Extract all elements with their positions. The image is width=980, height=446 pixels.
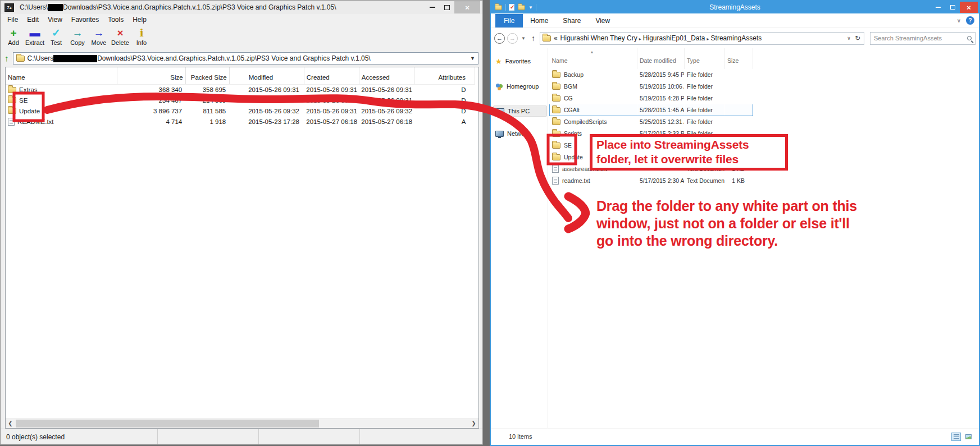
toolbar-copy-button[interactable]: →Copy xyxy=(67,26,88,46)
new-folder-icon[interactable] xyxy=(518,4,525,10)
tab-share[interactable]: Share xyxy=(555,14,588,27)
ribbon-collapse-chevron-icon[interactable]: ∨ xyxy=(957,17,961,24)
menu-item-favorites[interactable]: Favorites xyxy=(67,15,103,25)
sidebar-item-network[interactable]: Network xyxy=(493,128,547,139)
address-combobox[interactable]: C:\UsersDownloads\PS3.Voice.and.Graphics… xyxy=(13,52,479,65)
maximize-icon xyxy=(444,5,450,10)
maximize-button[interactable] xyxy=(440,2,454,13)
column-header-size[interactable]: Size xyxy=(725,48,753,68)
column-header-packed-size[interactable]: Packed Size xyxy=(185,67,229,84)
folder-icon xyxy=(552,84,560,90)
file-name-cell: assetsreadme.txt xyxy=(550,163,637,174)
file-row-readme-txt[interactable]: readme.txt5/17/2015 2:30 AMText Document… xyxy=(550,174,753,186)
menu-item-help[interactable]: Help xyxy=(128,15,151,25)
file-row-cg[interactable]: CG5/19/2015 4:28 PMFile folder xyxy=(550,92,753,104)
sidebar-item-favorites[interactable]: ★Favorites xyxy=(493,56,547,67)
column-header-name[interactable]: Name xyxy=(6,67,117,84)
folder-icon xyxy=(8,108,16,114)
folder-icon[interactable] xyxy=(495,4,502,10)
column-header-created[interactable]: Created xyxy=(304,67,359,84)
delete-icon: × xyxy=(110,26,131,39)
close-button[interactable]: × xyxy=(454,1,480,13)
size-cell xyxy=(725,127,753,139)
type-cell xyxy=(685,151,725,163)
address-dropdown-chevron-icon[interactable]: ∨ xyxy=(847,35,851,41)
close-button[interactable]: × xyxy=(960,2,978,13)
file-name-cell: README.txt xyxy=(6,116,117,127)
scroll-left-arrow[interactable]: ❮ xyxy=(6,419,15,428)
toolbar-extract-button[interactable]: ▬Extract xyxy=(24,26,45,46)
column-header-name[interactable]: Name▲ xyxy=(550,48,637,68)
menu-item-tools[interactable]: Tools xyxy=(103,15,128,25)
details-view-button[interactable] xyxy=(951,433,961,441)
chevron-down-icon[interactable]: ▼ xyxy=(470,56,475,61)
tab-file[interactable]: File xyxy=(495,14,523,27)
breadcrumb-segment-higurashi-when-they-cry[interactable]: Higurashi When They Cry xyxy=(560,34,637,42)
file-name-cell: SE xyxy=(6,95,117,105)
tab-view[interactable]: View xyxy=(588,14,617,27)
horizontal-scrollbar[interactable]: ❮ ❯ xyxy=(6,419,478,428)
copy-icon: → xyxy=(67,26,88,39)
column-header-date-modified[interactable]: Date modified xyxy=(637,48,685,68)
file-name: CompiledScripts xyxy=(564,118,607,125)
thumbnail-view-button[interactable] xyxy=(964,433,973,441)
column-header-accessed[interactable]: Accessed xyxy=(359,67,414,84)
search-input[interactable] xyxy=(874,35,967,42)
minimize-button[interactable] xyxy=(425,2,440,13)
file-row-cgalt[interactable]: CGAlt5/28/2015 1:45 AMFile folder xyxy=(550,104,753,116)
column-header-row: NameSizePacked SizeModifiedCreatedAccess… xyxy=(6,67,475,84)
up-button[interactable]: ↑ xyxy=(529,34,537,43)
search-icon[interactable] xyxy=(967,36,972,40)
recent-locations-chevron-icon[interactable]: ▼ xyxy=(520,36,527,41)
file-row-se[interactable]: SE234 467214 5692015-05-26 09:312015-05-… xyxy=(6,95,475,105)
up-level-button[interactable]: ↑ xyxy=(4,53,9,63)
menu-item-view[interactable]: View xyxy=(43,15,67,25)
column-header-modified[interactable]: Modified xyxy=(229,67,304,84)
toolbar-add-button[interactable]: +Add xyxy=(3,26,24,46)
toolbar-move-button[interactable]: →Move xyxy=(88,26,110,46)
toolbar-delete-button[interactable]: ×Delete xyxy=(110,26,131,46)
refresh-icon[interactable]: ↻ xyxy=(854,34,862,42)
scrollbar-thumb[interactable] xyxy=(16,420,319,427)
breadcrumb-segment-streamingassets[interactable]: StreamingAssets xyxy=(711,34,762,42)
sidebar-item-this-pc[interactable]: This PC xyxy=(493,105,547,117)
customize-toolbar-chevron-icon[interactable]: ▼ xyxy=(528,5,533,10)
minimize-button[interactable] xyxy=(931,2,945,12)
column-header-attributes[interactable]: Attributes xyxy=(414,67,475,84)
file-row-se[interactable]: SE xyxy=(550,139,753,151)
menu-item-edit[interactable]: Edit xyxy=(22,15,43,25)
breadcrumb-segment-higurashiep01-data[interactable]: HigurashiEp01_Data xyxy=(643,34,705,42)
file-row-backup[interactable]: Backup5/28/2015 9:45 PMFile folder xyxy=(550,68,753,80)
packed-size-cell: 811 585 xyxy=(185,105,229,116)
maximize-button[interactable] xyxy=(945,2,960,12)
properties-check-icon[interactable] xyxy=(509,4,514,11)
scroll-right-arrow[interactable]: ❯ xyxy=(469,419,478,428)
file-row-readme-txt[interactable]: README.txt4 7141 9182015-05-23 17:282015… xyxy=(6,116,475,127)
toolbar-test-button[interactable]: ✓Test xyxy=(45,26,67,46)
file-row-assetsreadme-txt[interactable]: assetsreadme.txtText Document1 KB xyxy=(550,163,753,174)
folder-icon xyxy=(552,131,560,137)
folder-icon xyxy=(552,107,560,113)
forward-button[interactable]: → xyxy=(507,33,518,44)
column-header-size[interactable]: Size xyxy=(117,67,185,84)
toolbar-info-button[interactable]: iInfo xyxy=(131,26,152,46)
address-bar[interactable]: « Higurashi When They Cry▸HigurashiEp01_… xyxy=(540,32,864,45)
file-row-bgm[interactable]: BGM5/19/2015 10:06 AMFile folder xyxy=(550,80,753,92)
menu-item-file[interactable]: File xyxy=(3,15,22,25)
help-icon[interactable]: ? xyxy=(966,16,974,25)
sidebar-item-homegroup[interactable]: Homegroup xyxy=(493,81,547,92)
folder-icon xyxy=(552,72,560,78)
back-button[interactable]: ← xyxy=(494,33,505,44)
accessed-cell: 2015-05-26 09:31 xyxy=(359,95,414,105)
toolbar-button-label: Copy xyxy=(67,39,88,46)
file-name-cell: readme.txt xyxy=(550,174,637,186)
file-row-update[interactable]: Update3 896 737811 5852015-05-26 09:3220… xyxy=(6,105,475,116)
file-row-extras[interactable]: Extras368 340358 6952015-05-26 09:312015… xyxy=(6,84,475,95)
file-row-scripts[interactable]: Scripts5/17/2015 2:33 PMFile folder xyxy=(550,127,753,139)
minimize-icon xyxy=(430,7,435,8)
tab-home[interactable]: Home xyxy=(523,14,555,27)
file-row-compiledscripts[interactable]: CompiledScripts5/25/2015 12:31 AMFile fo… xyxy=(550,116,753,127)
size-cell xyxy=(725,68,753,80)
file-row-update[interactable]: Update xyxy=(550,151,753,163)
column-header-type[interactable]: Type xyxy=(685,48,725,68)
